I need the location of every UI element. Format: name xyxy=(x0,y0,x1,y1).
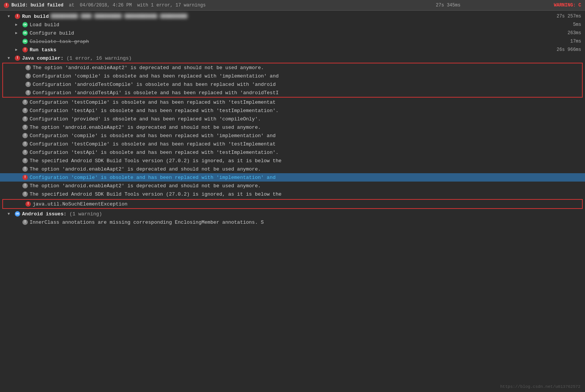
build-error-icon: ! xyxy=(4,3,9,8)
run-tasks-row[interactable]: ! Run tasks 26s 966ms xyxy=(0,46,585,54)
android-issues-label: Android issues: (1 warning) xyxy=(22,211,102,217)
run-tasks-arrow xyxy=(15,48,20,52)
nosuch-row[interactable]: ! java.util.NoSuchElementException xyxy=(3,200,582,208)
warn-5-label: Configuration 'testCompile' is obsolete … xyxy=(30,100,276,105)
innerclass-label: InnerClass annotations are missing corre… xyxy=(30,220,264,225)
android-issues-icon: OK xyxy=(15,211,20,217)
warn-1-label: The option 'android.enableAapt2' is depr… xyxy=(33,65,264,71)
warn-7-label: Configuration 'provided' is obsolete and… xyxy=(30,116,261,122)
run-build-blur: ██████████ ████ ██████████ ████████████ … xyxy=(51,14,187,19)
warn-15-row[interactable]: ! The option 'android.enableAapt2' is de… xyxy=(0,182,585,190)
run-build-label: Run build xyxy=(22,14,49,19)
nosuch-label: java.util.NoSuchElementException xyxy=(33,201,128,207)
warn-10-label: Configuration 'testCompile' is obsolete … xyxy=(30,141,276,147)
warn-13-icon: ! xyxy=(22,166,28,172)
calculate-task-timing: 17ms xyxy=(570,39,581,44)
calculate-task-label: Calculate task graph xyxy=(30,39,89,44)
run-tasks-timing: 26s 966ms xyxy=(557,47,581,52)
red-box-top-group: ! The option 'android.enableAapt2' is de… xyxy=(2,63,583,98)
warn-8-row[interactable]: ! The option 'android.enableAapt2' is de… xyxy=(0,123,585,131)
run-build-timing: 27s 257ms xyxy=(557,14,581,19)
warn-10-row[interactable]: ! Configuration 'testCompile' is obsolet… xyxy=(0,140,585,148)
load-build-row[interactable]: OK Load build 5ms xyxy=(0,21,585,29)
warn-12-icon: ! xyxy=(22,158,28,163)
warn-11-row[interactable]: ! Configuration 'testApi' is obsolete an… xyxy=(0,148,585,156)
warn-1-row[interactable]: ! The option 'android.enableAapt2' is de… xyxy=(3,63,582,72)
warn-10-icon: ! xyxy=(22,141,28,147)
top-bar-left: ! Build: build failed at 04/06/2018, 4:2… xyxy=(4,3,460,8)
warn-2-icon: ! xyxy=(25,73,31,79)
innerclass-icon: ! xyxy=(22,220,28,225)
warn-7-row[interactable]: ! Configuration 'provided' is obsolete a… xyxy=(0,115,585,123)
calculate-task-row[interactable]: OK Calculate task graph 17ms xyxy=(0,37,585,46)
innerclass-row[interactable]: ! InnerClass annotations are missing cor… xyxy=(0,218,585,226)
warn-14-label: Configuration 'compile' is obsolete and … xyxy=(30,175,276,180)
warn-8-icon: ! xyxy=(22,125,28,130)
configure-build-timing: 263ms xyxy=(568,30,581,36)
load-build-timing: 5ms xyxy=(573,22,581,27)
warn-3-label: Configuration 'androidTestCompile' is ob… xyxy=(33,82,276,87)
warn-9-icon: ! xyxy=(22,133,28,138)
warn-8-label: The option 'android.enableAapt2' is depr… xyxy=(30,125,261,130)
configure-build-arrow xyxy=(15,31,20,35)
nosuch-icon: ! xyxy=(25,201,31,207)
warning-label: WARNING: C xyxy=(554,3,581,8)
warn-6-icon: ! xyxy=(22,108,28,113)
top-bar: ! Build: build failed at 04/06/2018, 4:2… xyxy=(0,0,585,11)
warn-9-label: Configuration 'compile' is obsolete and … xyxy=(30,133,276,139)
warn-12-label: The specified Android SDK Build Tools ve… xyxy=(30,158,281,164)
configure-build-label: Configure build xyxy=(30,30,74,36)
warn-16-label: The specified Android SDK Build Tools ve… xyxy=(30,191,281,197)
warn-13-row[interactable]: ! The option 'android.enableAapt2' is de… xyxy=(0,165,585,173)
configure-build-row[interactable]: OK Configure build 263ms xyxy=(0,29,585,37)
warn-13-label: The option 'android.enableAapt2' is depr… xyxy=(30,166,261,172)
warn-16-icon: ! xyxy=(22,191,28,197)
warn-2-label: Configuration 'compile' is obsolete and … xyxy=(33,73,279,79)
java-compiler-icon: ! xyxy=(15,55,20,61)
run-tasks-label: Run tasks xyxy=(30,47,56,53)
warn-4-label: Configuration 'androidTestApi' is obsole… xyxy=(33,90,279,96)
warn-5-icon: ! xyxy=(22,100,28,105)
java-compiler-row[interactable]: ! Java compiler: (1 error, 16 warnings) xyxy=(0,54,585,62)
warn-15-label: The option 'android.enableAapt2' is depr… xyxy=(30,183,261,189)
load-build-label: Load build xyxy=(30,22,59,28)
warn-4-icon: ! xyxy=(25,90,31,95)
warn-11-icon: ! xyxy=(22,150,28,155)
build-status-label: Build: build failed at 04/06/2018, 4:26 … xyxy=(11,3,206,8)
java-compiler-arrow xyxy=(8,56,12,60)
build-tree[interactable]: ! Run build ██████████ ████ ██████████ █… xyxy=(0,11,585,392)
warn-12-row[interactable]: ! The specified Android SDK Build Tools … xyxy=(0,156,585,165)
warn-14-icon: ! xyxy=(22,175,28,180)
run-build-row[interactable]: ! Run build ██████████ ████ ██████████ █… xyxy=(0,12,585,21)
warn-14-row[interactable]: ! Configuration 'compile' is obsolete an… xyxy=(0,173,585,182)
java-compiler-label: Java compiler: (1 error, 16 warnings) xyxy=(22,55,132,61)
warn-3-icon: ! xyxy=(25,82,31,87)
warn-6-row[interactable]: ! Configuration 'testApi' is obsolete an… xyxy=(0,106,585,115)
warn-1-icon: ! xyxy=(25,65,31,70)
run-build-arrow xyxy=(8,14,12,19)
warn-4-row[interactable]: ! Configuration 'androidTestApi' is obso… xyxy=(3,89,582,97)
calculate-task-icon: OK xyxy=(22,39,28,44)
warn-5-row[interactable]: ! Configuration 'testCompile' is obsolet… xyxy=(0,98,585,106)
run-build-icon: ! xyxy=(15,14,20,19)
android-issues-row[interactable]: OK Android issues: (1 warning) xyxy=(0,210,585,218)
warn-16-row[interactable]: ! The specified Android SDK Build Tools … xyxy=(0,190,585,198)
run-tasks-icon: ! xyxy=(22,47,28,52)
warn-7-icon: ! xyxy=(22,116,28,122)
warn-11-label: Configuration 'testApi' is obsolete and … xyxy=(30,150,278,155)
warn-6-label: Configuration 'testApi' is obsolete and … xyxy=(30,108,278,114)
configure-build-icon: OK xyxy=(22,30,28,36)
android-issues-arrow xyxy=(8,212,12,216)
load-build-arrow xyxy=(15,23,20,27)
warn-9-row[interactable]: ! Configuration 'compile' is obsolete an… xyxy=(0,131,585,140)
warn-15-icon: ! xyxy=(22,183,28,188)
footer-url: https://blog.csdn.net/u013762572 xyxy=(500,384,580,389)
nosuch-box: ! java.util.NoSuchElementException xyxy=(2,199,583,209)
warn-3-row[interactable]: ! Configuration 'androidTestCompile' is … xyxy=(3,80,582,89)
warn-2-row[interactable]: ! Configuration 'compile' is obsolete an… xyxy=(3,72,582,80)
build-output: ! Build: build failed at 04/06/2018, 4:2… xyxy=(0,0,585,392)
load-build-icon: OK xyxy=(22,22,28,27)
